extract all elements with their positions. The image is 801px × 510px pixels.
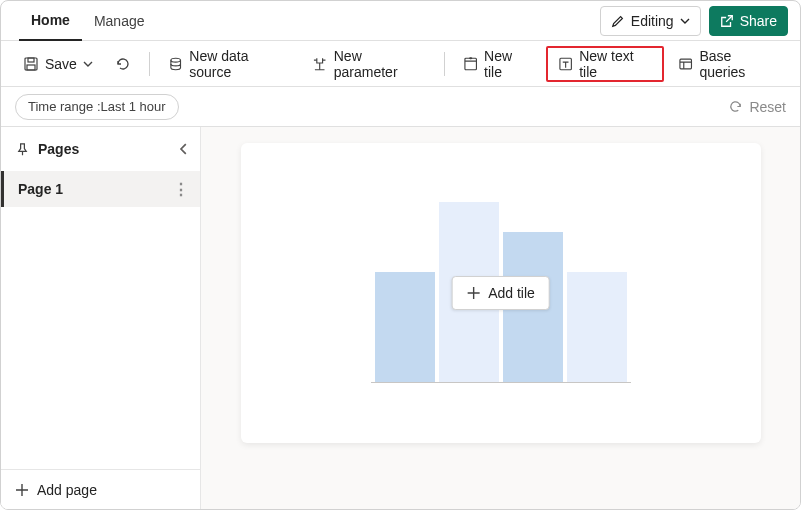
base-queries-button[interactable]: Base queries	[670, 48, 786, 80]
page-item-more-button[interactable]: ⋮	[173, 180, 190, 199]
refresh-icon	[115, 56, 131, 72]
new-text-tile-button[interactable]: New text tile	[550, 48, 660, 80]
save-label: Save	[45, 56, 77, 72]
empty-tile-placeholder: Add tile	[241, 143, 761, 443]
highlighted-action: New text tile	[546, 46, 664, 82]
divider	[149, 52, 150, 76]
page-item[interactable]: Page 1 ⋮	[1, 171, 200, 207]
new-parameter-label: New parameter	[334, 48, 426, 80]
editing-label: Editing	[631, 13, 674, 29]
tab-manage[interactable]: Manage	[82, 1, 157, 41]
pin-icon	[15, 142, 30, 157]
new-tile-label: New tile	[484, 48, 532, 80]
pencil-icon	[611, 14, 625, 28]
sidebar-header: Pages	[1, 127, 200, 171]
add-page-button[interactable]: Add page	[1, 469, 200, 509]
save-icon	[23, 56, 39, 72]
text-tile-icon	[558, 56, 573, 72]
add-tile-label: Add tile	[488, 285, 535, 301]
reset-button[interactable]: Reset	[728, 99, 786, 115]
base-queries-icon	[678, 56, 693, 72]
new-text-tile-label: New text tile	[579, 48, 652, 80]
tab-home[interactable]: Home	[19, 1, 82, 41]
add-tile-button[interactable]: Add tile	[451, 276, 550, 310]
pages-sidebar: Pages Page 1 ⋮ Add page	[1, 127, 201, 509]
database-icon	[168, 56, 183, 72]
svg-rect-1	[28, 58, 34, 62]
share-button[interactable]: Share	[709, 6, 788, 36]
page-item-label: Page 1	[18, 181, 63, 197]
chevron-down-icon	[83, 59, 93, 69]
add-page-label: Add page	[37, 482, 97, 498]
svg-rect-2	[27, 65, 35, 70]
save-button[interactable]: Save	[15, 48, 101, 80]
chevron-down-icon	[680, 16, 690, 26]
chart-bar	[567, 272, 627, 382]
time-range-label: Time range :	[28, 99, 101, 114]
sidebar-collapse-button[interactable]	[178, 143, 190, 155]
undo-icon	[728, 99, 743, 114]
share-label: Share	[740, 13, 777, 29]
parameter-icon	[312, 56, 327, 72]
time-range-pill[interactable]: Time range : Last 1 hour	[15, 94, 179, 120]
plus-icon	[15, 483, 29, 497]
plus-icon	[466, 286, 480, 300]
svg-point-3	[171, 58, 181, 62]
chart-bar	[375, 272, 435, 382]
new-data-source-label: New data source	[189, 48, 290, 80]
svg-rect-4	[465, 58, 477, 70]
refresh-button[interactable]	[107, 48, 139, 80]
sidebar-title: Pages	[38, 141, 79, 157]
chevron-left-icon	[178, 143, 190, 155]
editing-mode-button[interactable]: Editing	[600, 6, 701, 36]
main-body: Pages Page 1 ⋮ Add page Add tile	[1, 127, 800, 509]
time-range-value: Last 1 hour	[101, 99, 166, 114]
base-queries-label: Base queries	[699, 48, 778, 80]
new-data-source-button[interactable]: New data source	[160, 48, 298, 80]
new-parameter-button[interactable]: New parameter	[304, 48, 433, 80]
filter-bar: Time range : Last 1 hour Reset	[1, 87, 800, 127]
svg-rect-6	[680, 59, 692, 69]
new-tile-button[interactable]: New tile	[455, 48, 540, 80]
top-tab-bar: Home Manage Editing Share	[1, 1, 800, 41]
tile-icon	[463, 56, 478, 72]
divider	[444, 52, 445, 76]
toolbar: Save New data source New parameter New t…	[1, 41, 800, 87]
share-icon	[720, 14, 734, 28]
reset-label: Reset	[749, 99, 786, 115]
canvas: Add tile	[201, 127, 800, 509]
